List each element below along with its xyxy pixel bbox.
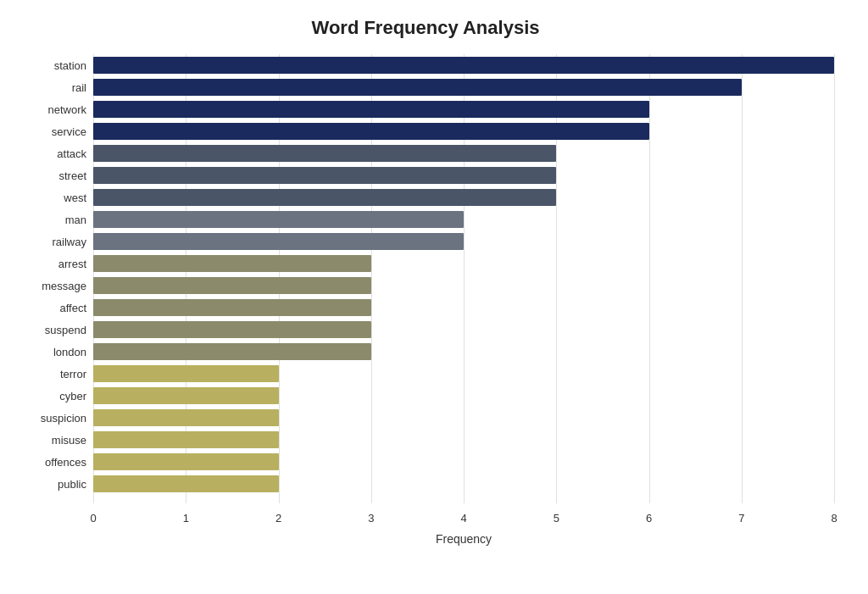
x-tick: 7: [738, 512, 744, 525]
y-label: suspicion: [41, 407, 86, 429]
bars-list: [93, 54, 834, 503]
bar: [93, 167, 556, 184]
y-label: arrest: [58, 253, 86, 275]
bar: [93, 57, 834, 74]
bar: [93, 453, 279, 470]
bar: [93, 101, 649, 118]
bar: [93, 277, 371, 294]
y-label: service: [52, 120, 86, 142]
bar-row: [93, 120, 834, 142]
y-label: network: [47, 98, 86, 120]
bar: [93, 343, 371, 360]
bar-row: [93, 319, 834, 341]
y-label: street: [58, 164, 86, 186]
bar: [93, 233, 464, 250]
bar-row: [93, 230, 834, 253]
y-label: terror: [60, 363, 86, 385]
bar-row: [93, 385, 834, 407]
bar: [93, 79, 742, 96]
y-label: suspend: [45, 319, 86, 341]
bar-row: [93, 54, 834, 76]
y-label: misuse: [52, 429, 86, 451]
y-label: affect: [59, 297, 86, 319]
x-tick: 6: [646, 512, 652, 525]
y-label: west: [64, 186, 86, 208]
bar-row: [93, 341, 834, 363]
bar-row: [93, 363, 834, 385]
y-label: cyber: [59, 385, 86, 407]
y-labels: stationrailnetworkserviceattackstreetwes…: [17, 54, 93, 546]
chart-container: Word Frequency Analysis stationrailnetwo…: [0, 0, 868, 594]
bar-row: [93, 429, 834, 451]
bar: [93, 145, 556, 162]
bar: [93, 299, 371, 316]
x-tick: 1: [183, 512, 189, 525]
bar-row: [93, 275, 834, 297]
y-label: message: [42, 275, 86, 297]
bar: [93, 431, 279, 448]
bar-row: [93, 164, 834, 186]
bar-row: [93, 407, 834, 429]
bars-and-grid: 012345678 Frequency: [93, 54, 834, 546]
chart-title: Word Frequency Analysis: [17, 17, 834, 39]
bar-row: [93, 208, 834, 230]
bar-row: [93, 142, 834, 164]
bar-row: [93, 473, 834, 495]
x-tick: 8: [831, 512, 837, 525]
x-axis: 012345678: [93, 508, 834, 529]
y-label: station: [54, 54, 86, 76]
bar: [93, 321, 371, 338]
bar: [93, 211, 464, 228]
y-label: london: [53, 341, 86, 363]
bottom-section: 012345678 Frequency: [93, 503, 834, 546]
bar: [93, 365, 279, 382]
bar: [93, 387, 279, 404]
bar-row: [93, 451, 834, 473]
bar-row: [93, 98, 834, 120]
bar: [93, 123, 649, 140]
bar-row: [93, 297, 834, 319]
bar-row: [93, 76, 834, 98]
y-label: man: [65, 208, 86, 230]
bar: [93, 409, 279, 426]
y-label: attack: [57, 142, 86, 164]
x-tick: 2: [275, 512, 281, 525]
x-axis-label: Frequency: [93, 532, 834, 546]
bar-row: [93, 186, 834, 208]
grid-line: [834, 54, 835, 503]
grid-and-bars: [93, 54, 834, 503]
y-label: rail: [72, 76, 86, 98]
y-label: offences: [45, 451, 86, 473]
bar: [93, 475, 279, 492]
y-label: public: [58, 473, 86, 495]
x-tick: 0: [90, 512, 96, 525]
y-label: railway: [53, 230, 86, 253]
bar: [93, 255, 371, 272]
x-tick: 3: [368, 512, 374, 525]
bar: [93, 189, 556, 206]
x-tick: 4: [460, 512, 466, 525]
x-tick: 5: [554, 512, 559, 525]
chart-area: stationrailnetworkserviceattackstreetwes…: [17, 54, 834, 546]
bar-row: [93, 253, 834, 275]
